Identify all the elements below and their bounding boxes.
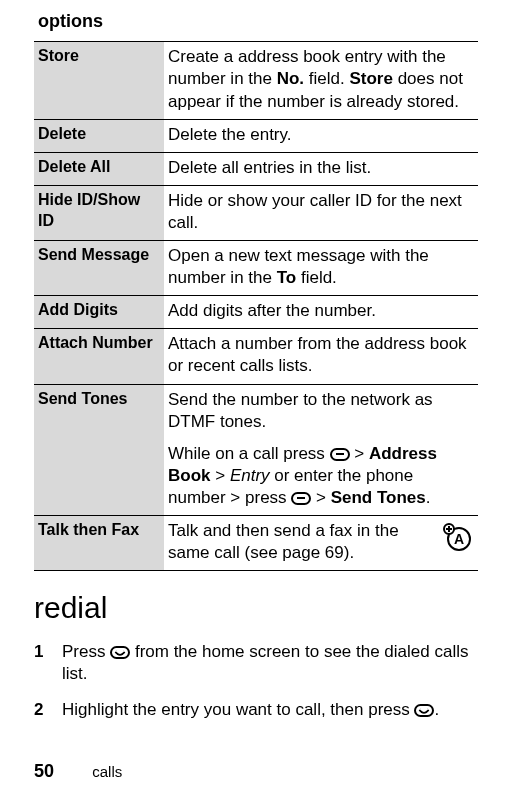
table-row: Attach NumberAttach a number from the ad… bbox=[34, 329, 478, 384]
step-item: Highlight the entry you want to call, th… bbox=[34, 699, 478, 721]
table-row: Send TonesSend the number to the network… bbox=[34, 384, 478, 515]
option-description: Send the number to the network as DTMF t… bbox=[164, 384, 478, 515]
option-description: Open a new text message with the number … bbox=[164, 241, 478, 296]
table-row: Add DigitsAdd digits after the number. bbox=[34, 296, 478, 329]
menu-key-icon bbox=[330, 448, 350, 461]
menu-key-icon bbox=[291, 492, 311, 505]
svg-text:A: A bbox=[454, 531, 464, 547]
option-name: Hide ID/Show ID bbox=[34, 185, 164, 240]
option-name: Add Digits bbox=[34, 296, 164, 329]
option-name: Attach Number bbox=[34, 329, 164, 384]
options-table: options StoreCreate a address book entry… bbox=[34, 6, 478, 571]
option-name: Send Message bbox=[34, 241, 164, 296]
table-row: DeleteDelete the entry. bbox=[34, 119, 478, 152]
step-item: Press from the home screen to see the di… bbox=[34, 641, 478, 685]
call-key-icon bbox=[110, 646, 130, 659]
option-name: Send Tones bbox=[34, 384, 164, 515]
redial-steps: Press from the home screen to see the di… bbox=[34, 641, 478, 721]
page-number: 50 bbox=[34, 761, 54, 781]
page-footer: 50 calls bbox=[34, 761, 478, 782]
option-description: Create a address book entry with the num… bbox=[164, 42, 478, 119]
options-header: options bbox=[34, 6, 478, 42]
option-description: Add digits after the number. bbox=[164, 296, 478, 329]
option-description: Talk and then send a fax in the same cal… bbox=[164, 515, 478, 570]
option-name: Delete All bbox=[34, 152, 164, 185]
call-key-icon bbox=[414, 704, 434, 717]
operator-feature-icon: A bbox=[442, 522, 472, 558]
table-row: StoreCreate a address book entry with th… bbox=[34, 42, 478, 119]
option-description: Delete the entry. bbox=[164, 119, 478, 152]
table-row: Delete AllDelete all entries in the list… bbox=[34, 152, 478, 185]
table-row: Hide ID/Show IDHide or show your caller … bbox=[34, 185, 478, 240]
option-description: Hide or show your caller ID for the next… bbox=[164, 185, 478, 240]
option-name: Delete bbox=[34, 119, 164, 152]
option-description: Attach a number from the address book or… bbox=[164, 329, 478, 384]
option-name: Store bbox=[34, 42, 164, 119]
footer-section-name: calls bbox=[92, 763, 122, 780]
option-name: Talk then Fax bbox=[34, 515, 164, 570]
table-row: Send MessageOpen a new text message with… bbox=[34, 241, 478, 296]
section-heading-redial: redial bbox=[34, 591, 478, 625]
table-row: Talk then FaxTalk and then send a fax in… bbox=[34, 515, 478, 570]
option-description: Delete all entries in the list. bbox=[164, 152, 478, 185]
